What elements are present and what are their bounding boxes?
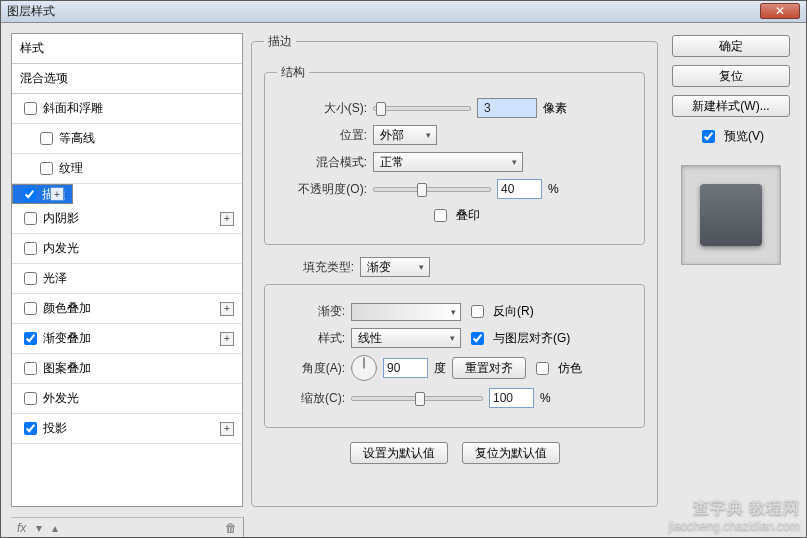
layer-style-dialog: 图层样式 ✕ 样式 混合选项 斜面和浮雕等高线纹理描边+内阴影+内发光光泽颜色叠… <box>0 0 807 538</box>
effect-label: 等高线 <box>59 130 95 147</box>
make-default-button[interactable]: 设置为默认值 <box>350 442 448 464</box>
effect-checkbox[interactable] <box>24 332 37 345</box>
effect-checkbox[interactable] <box>24 302 37 315</box>
effect-row-0[interactable]: 斜面和浮雕 <box>12 94 242 124</box>
reverse-checkbox[interactable] <box>471 305 484 318</box>
ok-button[interactable]: 确定 <box>672 35 790 57</box>
reset-button[interactable]: 复位 <box>672 65 790 87</box>
effect-label: 斜面和浮雕 <box>43 100 103 117</box>
stroke-fieldset: 描边 结构 大小(S): 像素 位置: 外部▾ 混合模式: <box>251 33 658 507</box>
alignlayer-label: 与图层对齐(G) <box>493 330 570 347</box>
close-button[interactable]: ✕ <box>760 3 800 19</box>
effect-row-8[interactable]: 渐变叠加+ <box>12 324 242 354</box>
plus-icon[interactable]: + <box>50 187 64 201</box>
effect-label: 纹理 <box>59 160 83 177</box>
chevron-down-icon: ▾ <box>419 262 424 272</box>
size-unit: 像素 <box>543 100 567 117</box>
close-icon: ✕ <box>775 4 785 18</box>
effect-label: 颜色叠加 <box>43 300 91 317</box>
angle-dial[interactable] <box>351 355 377 381</box>
chevron-down-icon: ▾ <box>450 333 455 343</box>
plus-icon[interactable]: + <box>220 212 234 226</box>
gradient-label: 渐变: <box>277 303 345 320</box>
settings-panel: 描边 结构 大小(S): 像素 位置: 外部▾ 混合模式: <box>251 33 658 507</box>
effect-label: 投影 <box>43 420 67 437</box>
preview-checkbox[interactable] <box>702 130 715 143</box>
left-footer: fx ▾ ▴ 🗑 <box>11 517 244 537</box>
new-style-button[interactable]: 新建样式(W)... <box>672 95 790 117</box>
fx-icon[interactable]: fx <box>17 521 26 535</box>
preview-label: 预览(V) <box>724 128 764 145</box>
gradient-picker[interactable]: ▾ <box>351 303 461 321</box>
effect-row-5[interactable]: 内发光 <box>12 234 242 264</box>
plus-icon[interactable]: + <box>220 302 234 316</box>
filltype-select[interactable]: 渐变▾ <box>360 257 430 277</box>
gradient-fieldset: 渐变: ▾ 反向(R) 样式: 线性▾ 与图层对齐(G) 角度(A): <box>264 284 645 428</box>
effect-label: 外发光 <box>43 390 79 407</box>
effect-label: 图案叠加 <box>43 360 91 377</box>
effect-checkbox[interactable] <box>24 242 37 255</box>
gradstyle-select[interactable]: 线性▾ <box>351 328 461 348</box>
plus-icon[interactable]: + <box>220 332 234 346</box>
effect-row-9[interactable]: 图案叠加 <box>12 354 242 384</box>
effect-row-1[interactable]: 等高线 <box>12 124 242 154</box>
effect-row-7[interactable]: 颜色叠加+ <box>12 294 242 324</box>
gradstyle-label: 样式: <box>277 330 345 347</box>
effects-list: 斜面和浮雕等高线纹理描边+内阴影+内发光光泽颜色叠加+渐变叠加+图案叠加外发光投… <box>12 94 242 506</box>
titlebar[interactable]: 图层样式 ✕ <box>1 1 806 23</box>
alignlayer-checkbox[interactable] <box>471 332 484 345</box>
dialog-body: 样式 混合选项 斜面和浮雕等高线纹理描边+内阴影+内发光光泽颜色叠加+渐变叠加+… <box>1 23 806 517</box>
effect-row-10[interactable]: 外发光 <box>12 384 242 414</box>
chevron-down-icon: ▾ <box>426 130 431 140</box>
plus-icon[interactable]: + <box>220 422 234 436</box>
filltype-label: 填充类型: <box>264 259 354 276</box>
effect-row-2[interactable]: 纹理 <box>12 154 242 184</box>
opacity-unit: % <box>548 182 559 196</box>
styles-header[interactable]: 样式 <box>12 34 242 64</box>
effect-checkbox[interactable] <box>24 362 37 375</box>
effect-checkbox[interactable] <box>24 272 37 285</box>
effect-checkbox[interactable] <box>24 102 37 115</box>
blendmode-label: 混合模式: <box>277 154 367 171</box>
reset-align-button[interactable]: 重置对齐 <box>452 357 526 379</box>
blendmode-select[interactable]: 正常▾ <box>373 152 523 172</box>
trash-icon[interactable]: 🗑 <box>225 521 237 535</box>
effect-row-6[interactable]: 光泽 <box>12 264 242 294</box>
effect-label: 内阴影 <box>43 210 79 227</box>
chevron-down-icon[interactable]: ▾ <box>36 521 42 535</box>
effect-row-11[interactable]: 投影+ <box>12 414 242 444</box>
window-title: 图层样式 <box>7 3 55 20</box>
scale-unit: % <box>540 391 551 405</box>
chevron-up-icon[interactable]: ▴ <box>52 521 58 535</box>
scale-slider[interactable] <box>351 396 483 401</box>
overprint-checkbox[interactable] <box>434 209 447 222</box>
styles-panel: 样式 混合选项 斜面和浮雕等高线纹理描边+内阴影+内发光光泽颜色叠加+渐变叠加+… <box>11 33 243 507</box>
overprint-label: 叠印 <box>456 207 480 224</box>
dither-label: 仿色 <box>558 360 582 377</box>
dither-checkbox[interactable] <box>536 362 549 375</box>
effect-checkbox[interactable] <box>40 132 53 145</box>
effect-checkbox[interactable] <box>24 422 37 435</box>
effect-checkbox[interactable] <box>24 212 37 225</box>
reset-default-button[interactable]: 复位为默认值 <box>462 442 560 464</box>
effect-row-3[interactable]: 描边+ <box>12 184 73 204</box>
size-slider[interactable] <box>373 106 471 111</box>
scale-label: 缩放(C): <box>277 390 345 407</box>
effect-row-4[interactable]: 内阴影+ <box>12 204 242 234</box>
angle-label: 角度(A): <box>277 360 345 377</box>
opacity-input[interactable] <box>497 179 542 199</box>
angle-input[interactable] <box>383 358 428 378</box>
size-input[interactable] <box>477 98 537 118</box>
effect-checkbox[interactable] <box>40 162 53 175</box>
effect-checkbox[interactable] <box>24 392 37 405</box>
reverse-label: 反向(R) <box>493 303 534 320</box>
angle-unit: 度 <box>434 360 446 377</box>
blend-options-header[interactable]: 混合选项 <box>12 64 242 94</box>
scale-input[interactable] <box>489 388 534 408</box>
chevron-down-icon: ▾ <box>451 307 456 317</box>
position-select[interactable]: 外部▾ <box>373 125 437 145</box>
effect-checkbox[interactable] <box>23 188 36 201</box>
opacity-slider[interactable] <box>373 187 491 192</box>
effect-label: 渐变叠加 <box>43 330 91 347</box>
structure-fieldset: 结构 大小(S): 像素 位置: 外部▾ 混合模式: 正常▾ <box>264 64 645 245</box>
